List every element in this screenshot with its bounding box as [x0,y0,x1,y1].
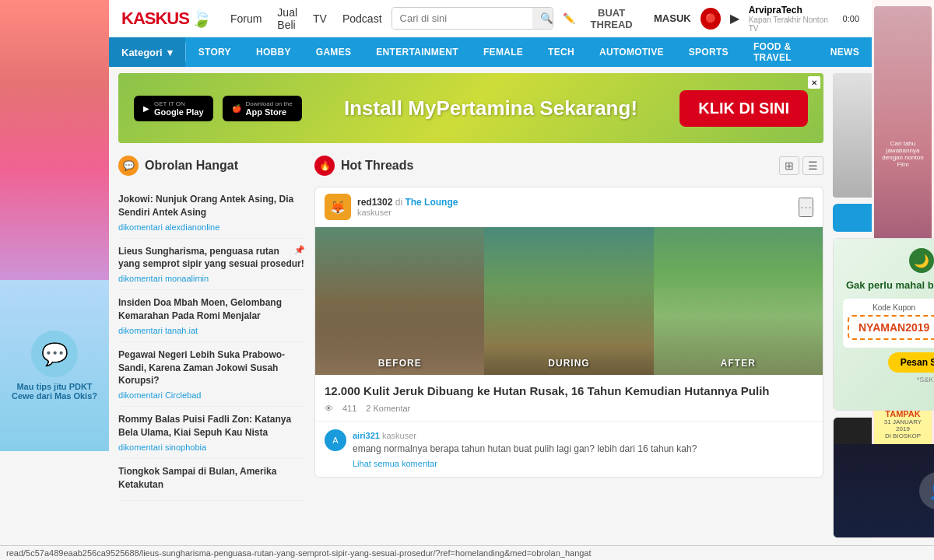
time-display: 0:00 [843,14,859,23]
nav-jualbeli[interactable]: Jual Beli [277,6,297,31]
banner-ad[interactable]: ✕ ▶ GET IT ON Google Play 🍎 [118,73,823,143]
username: ArvipraTech [749,5,834,16]
obrolan-item[interactable]: 📌 Lieus Sungharisma, penguasa rutan yang… [118,239,305,291]
kaskus-tv-preview[interactable]: 👤 ▶ [834,444,934,537]
left-sidebar-ad: 💬 Mau tips jitu PDKT Cewe dari Mas Okis? [0,0,109,538]
google-play-icon: ▶ [143,104,149,113]
obrolan-meta: dikomentari monaalimin [118,274,305,283]
after-label: AFTER [721,358,756,369]
cat-games[interactable]: GAMES [304,37,364,67]
buat-thread-button[interactable]: ✏️ BUAT THREAD [563,7,644,30]
movie-date: 31 JANUARY 2019 [880,418,925,432]
hot-threads-title: 🔥 Hot Threads [314,156,413,176]
obrolan-link[interactable]: Pegawai Negeri Lebih Suka Prabowo-Sandi,… [118,348,305,387]
left-ad-title: Mau tips jitu PDKT Cewe dari Mas Okis? [6,382,103,401]
site-logo[interactable]: KASKUS 🍃 [121,9,212,29]
thread-card: 🦊 red1302 di The Lounge kaskuser [314,187,823,478]
cat-hobby[interactable]: HOBBY [244,37,304,67]
below-banner: 💬 Obrolan Hangat Jokowi: Nunjuk Orang An… [118,149,823,501]
commenter-name[interactable]: airi321 kaskuser [353,431,416,440]
klik-disini-button[interactable]: KLIK DI SINI [679,90,808,127]
obrolan-link[interactable]: Lieus Sungharisma, penguasa rutan yang s… [118,245,305,271]
obrolan-meta: dikomentari sinophobia [118,443,305,452]
obrolan-section: 💬 Obrolan Hangat Jokowi: Nunjuk Orang An… [118,149,305,501]
obrolan-link[interactable]: Insiden Doa Mbah Moen, Gelombang Kemarah… [118,296,305,323]
nav-podcast[interactable]: Podcast [342,12,382,25]
app-store-label: App Store [246,107,293,117]
logo-leaf-icon: 🍃 [191,9,212,29]
thread-author-avatar: 🦊 [325,194,351,220]
left-ad-image[interactable] [0,0,109,280]
comment-count: 2 Komentar [366,404,410,413]
comment-text: emang normalnya berapa tahun hutan buat … [353,443,813,456]
apple-icon: 🍎 [232,104,241,113]
nav-forum[interactable]: Forum [230,12,262,25]
thread-header: 🦊 red1302 di The Lounge kaskuser [315,187,823,227]
banner-store-buttons: ▶ GET IT ON Google Play 🍎 Download on th… [134,96,302,121]
hot-threads-header: 🔥 Hot Threads ⊞ ☰ [314,149,823,182]
commenter-avatar: A [325,429,346,451]
nav-tv[interactable]: TV [313,12,327,25]
obrolan-meta: dikomentari tanah.iat [118,326,305,335]
view-count: 411 [342,404,356,413]
outer-ad-title: Cari tahu jawabannya dengan nonton Film [877,140,929,168]
grid-view-button[interactable]: ⊞ [779,156,799,175]
obrolan-item[interactable]: Tiongkok Sampai di Bulan, Amerika Ketaku… [118,459,305,502]
masuk-button[interactable]: MASUK [654,12,691,24]
cat-tech[interactable]: TECH [535,37,587,67]
cat-sports[interactable]: SPORTS [676,37,741,67]
obrolan-item[interactable]: Jokowi: Nunjuk Orang Antek Asing, Dia Se… [118,187,305,239]
thread-stats: 👁 411 2 Komentar [325,404,813,413]
play-button[interactable]: ▶ [730,11,739,26]
obrolan-meta: dikomentari Circlebad [118,390,305,400]
airy-pesan-button[interactable]: Pesan Sekarang! [888,352,934,373]
obrolan-title: 💬 Obrolan Hangat [118,149,305,182]
thread-image: BEFORE DURING AFTER [315,227,823,375]
obrolan-link[interactable]: Rommy Balas Puisi Fadli Zon: Katanya Bel… [118,413,305,439]
banner-close-button[interactable]: ✕ [808,76,820,89]
obrolan-link[interactable]: Jokowi: Nunjuk Orang Antek Asing, Dia Se… [118,193,305,219]
obrolan-icon: 💬 [118,156,139,176]
obrolan-item[interactable]: Pegawai Negeri Lebih Suka Prabowo-Sandi,… [118,342,305,407]
coupon-label: Kode Kupon [873,303,915,312]
cat-entertainment[interactable]: ENTERTAINMENT [363,37,471,67]
kategori-button[interactable]: Kategori ▾ [109,37,185,67]
view-toggles: ⊞ ☰ [779,156,823,175]
lihat-semua-link[interactable]: Lihat semua komentar [353,459,437,468]
app-store-button[interactable]: 🍎 Download on the App Store [223,96,302,121]
movie-venue: DI BIOSKOP [885,432,921,439]
airy-ad: ✕ 🌙 airy Gak perlu mahal buat liburan ny… [833,238,934,411]
obrolan-title-text: Obrolan Hangat [145,159,238,173]
thread-img-after: AFTER [654,227,823,375]
cat-news[interactable]: NEWS [818,37,872,67]
search-input[interactable] [392,8,532,29]
pin-icon: 📌 [294,245,305,255]
airy-coupon: NYAMAN2019 [848,315,934,340]
user-info: ArvipraTech Kapan Terakhir Nonton TV [749,5,834,33]
cat-automotive[interactable]: AUTOMOTIVE [587,37,676,67]
thread-author-name[interactable]: red1302 di The Lounge [357,197,792,208]
obrolan-item[interactable]: Rommy Balas Puisi Fadli Zon: Katanya Bel… [118,407,305,459]
search-button[interactable]: 🔍 [532,8,554,29]
list-view-button[interactable]: ☰ [802,156,823,175]
center-content: ✕ ▶ GET IT ON Google Play 🍎 [109,67,833,538]
avatar: 🔴 [700,8,721,30]
google-play-button[interactable]: ▶ GET IT ON Google Play [134,96,213,121]
main-nav: Forum Jual Beli TV Podcast [230,6,382,31]
obrolan-item[interactable]: Insiden Doa Mbah Moen, Gelombang Kemarah… [118,290,305,342]
hot-icon: 🔥 [314,156,335,176]
cat-food-travel[interactable]: FOOD & TRAVEL [741,37,818,67]
obrolan-link[interactable]: Tiongkok Sampai di Bulan, Amerika Ketaku… [118,465,305,492]
thread-forum-link[interactable]: The Lounge [405,197,458,208]
category-nav: Kategori ▾ STORY HOBBY GAMES ENTERTAINME… [109,37,872,67]
left-ad-bottom[interactable]: 💬 Mau tips jitu PDKT Cewe dari Mas Okis? [0,280,109,451]
cat-story[interactable]: STORY [186,37,244,67]
thread-options-button[interactable]: ··· [799,198,813,217]
airy-note: *S&K Berlaku [917,376,934,383]
thread-title-link[interactable]: 12.000 Kulit Jeruk Dibuang ke Hutan Rusa… [325,383,813,399]
airy-ad-content[interactable]: 🌙 airy Gak perlu mahal buat liburan nyam… [834,239,934,410]
search-box: 🔍 [392,7,554,30]
thread-img-during: DURING [484,227,653,375]
cat-female[interactable]: FEMALE [471,37,535,67]
hot-threads-title-text: Hot Threads [341,159,413,173]
